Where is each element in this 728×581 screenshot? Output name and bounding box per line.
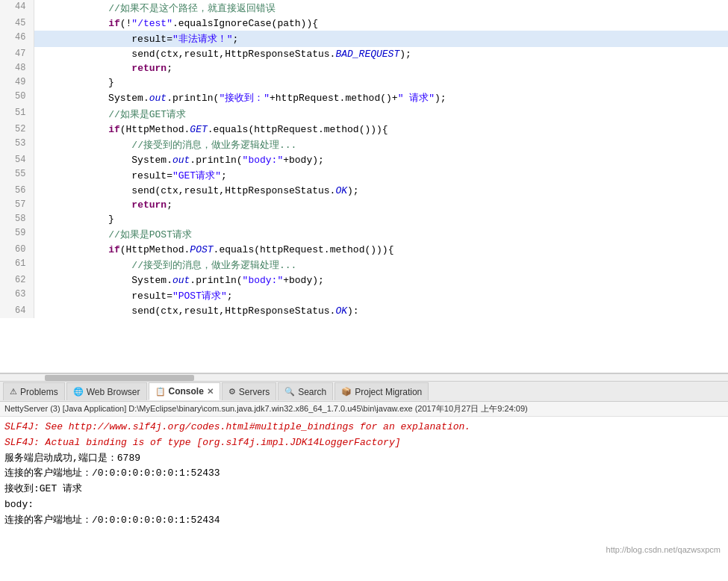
console-line: 连接的客户端地址：/0:0:0:0:0:0:0:1:52434 (4, 513, 724, 529)
code-content: result="非法请求！"; (34, 31, 728, 47)
code-content: return; (34, 198, 728, 212)
console-info-bar: NettyServer (3) [Java Application] D:\My… (0, 402, 728, 417)
code-content: //接受到的消息，做业务逻辑处理... (34, 137, 728, 153)
console-line: SLF4J: Actual binding is of type [org.sl… (4, 435, 724, 451)
code-content: send(ctx,result,HttpResponseStatus.BAD_R… (34, 47, 728, 61)
line-number: 55 (0, 167, 34, 184)
console-line: 连接的客户端地址：/0:0:0:0:0:0:0:1:52433 (4, 466, 724, 482)
problems-label: Problems (20, 387, 58, 397)
code-content: if(HttpMethod.POST.equals(httpRequest.me… (34, 243, 728, 257)
code-content: //如果是GET请求 (34, 106, 728, 122)
tab-servers[interactable]: ⚙Servers (222, 382, 276, 400)
console-line: 服务端启动成功,端口是：6789 (4, 451, 724, 467)
code-content: return; (34, 61, 728, 75)
code-content: } (34, 212, 728, 226)
code-content: if(!"/test".equalsIgnoreCase(path)){ (34, 16, 728, 31)
line-number: 63 (0, 288, 34, 304)
servers-icon: ⚙ (228, 387, 236, 397)
line-number: 60 (0, 243, 34, 257)
code-content: //如果不是这个路径，就直接返回错误 (34, 0, 728, 16)
console-icon: 📋 (155, 387, 166, 397)
code-content: //接受到的消息，做业务逻辑处理... (34, 257, 728, 273)
code-editor: 44 //如果不是这个路径，就直接返回错误45 if(!"/test".equa… (0, 0, 728, 373)
line-number: 62 (0, 273, 34, 288)
code-scrollbar-thumb[interactable] (45, 375, 194, 381)
watermark: http://blog.csdn.net/qazwsxpcm (606, 545, 721, 554)
tab-web-browser[interactable]: 🌐Web Browser (66, 382, 147, 400)
line-number: 53 (0, 137, 34, 153)
line-number: 48 (0, 61, 34, 75)
code-content: System.out.println("接收到："+httpRequest.me… (34, 90, 728, 106)
line-number: 57 (0, 198, 34, 212)
line-number: 44 (0, 0, 34, 16)
bottom-panel: ⚠Problems🌐Web Browser📋Console ✕⚙Servers🔍… (0, 381, 728, 560)
tab-problems[interactable]: ⚠Problems (3, 382, 65, 400)
line-number: 50 (0, 90, 34, 106)
code-content: send(ctx,result,HttpResponseStatus.OK): (34, 304, 728, 318)
code-content: result="GET请求"; (34, 167, 728, 184)
tab-bar: ⚠Problems🌐Web Browser📋Console ✕⚙Servers🔍… (0, 381, 728, 402)
console-label: Console (169, 386, 204, 397)
code-scrollbar[interactable] (0, 373, 728, 381)
search-label: Search (298, 387, 326, 397)
code-content: //如果是POST请求 (34, 226, 728, 243)
line-number: 51 (0, 106, 34, 122)
servers-label: Servers (239, 387, 270, 397)
code-content: } (34, 75, 728, 90)
line-number: 47 (0, 47, 34, 61)
line-number: 56 (0, 184, 34, 198)
web-browser-icon: 🌐 (73, 387, 84, 397)
line-number: 46 (0, 31, 34, 47)
console-line: SLF4J: See http://www.slf4j.org/codes.ht… (4, 420, 724, 435)
line-number: 59 (0, 226, 34, 243)
code-content: send(ctx,result,HttpResponseStatus.OK); (34, 184, 728, 198)
tab-console[interactable]: 📋Console ✕ (149, 382, 220, 400)
line-number: 52 (0, 122, 34, 137)
code-content: System.out.println("body:"+body); (34, 153, 728, 167)
project-migration-label: Project Migration (355, 387, 422, 397)
project-migration-icon: 📦 (341, 387, 352, 397)
problems-icon: ⚠ (10, 387, 17, 397)
tab-search[interactable]: 🔍Search (278, 382, 333, 400)
tab-project-migration[interactable]: 📦Project Migration (335, 382, 429, 400)
line-number: 58 (0, 212, 34, 226)
line-number: 61 (0, 257, 34, 273)
web-browser-label: Web Browser (87, 387, 140, 397)
search-icon: 🔍 (284, 387, 295, 397)
line-number: 64 (0, 304, 34, 318)
console-output-area: SLF4J: See http://www.slf4j.org/codes.ht… (0, 417, 728, 532)
code-table: 44 //如果不是这个路径，就直接返回错误45 if(!"/test".equa… (0, 0, 728, 318)
console-close[interactable]: ✕ (207, 387, 214, 397)
code-content: if(HttpMethod.GET.equals(httpRequest.met… (34, 122, 728, 137)
console-line: body: (4, 497, 724, 513)
code-content: System.out.println("body:"+body); (34, 273, 728, 288)
line-number: 45 (0, 16, 34, 31)
console-line: 接收到:GET 请求 (4, 482, 724, 497)
line-number: 54 (0, 153, 34, 167)
line-number: 49 (0, 75, 34, 90)
code-content: result="POST请求"; (34, 288, 728, 304)
console-output: SLF4J: See http://www.slf4j.org/codes.ht… (0, 417, 728, 532)
